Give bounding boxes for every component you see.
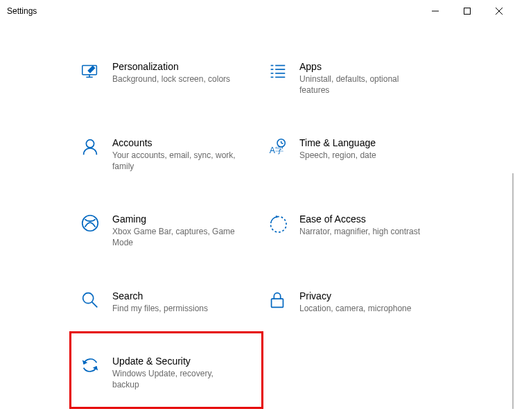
svg-line-18 — [281, 143, 283, 144]
window-controls — [419, 0, 515, 22]
svg-point-20 — [82, 216, 98, 231]
svg-line-23 — [92, 301, 98, 307]
categories-grid: Personalization Background, lock screen,… — [76, 57, 473, 393]
maximize-button[interactable] — [451, 0, 483, 22]
category-desc: Background, lock screen, colors — [112, 74, 230, 85]
time-language-icon: A字 — [266, 136, 288, 158]
category-accounts[interactable]: Accounts Your accounts, email, sync, wor… — [76, 133, 250, 175]
personalization-icon — [79, 60, 101, 82]
category-personalization[interactable]: Personalization Background, lock screen,… — [76, 57, 250, 98]
update-security-icon — [79, 354, 101, 376]
close-button[interactable] — [483, 0, 515, 22]
category-desc: Find my files, permissions — [112, 304, 208, 315]
category-search[interactable]: Search Find my files, permissions — [76, 286, 250, 317]
category-title: Gaming — [112, 213, 237, 225]
category-title: Time & Language — [299, 137, 376, 148]
category-gaming[interactable]: Gaming Xbox Game Bar, captures, Game Mod… — [76, 209, 250, 251]
category-title: Ease of Access — [299, 213, 420, 225]
settings-content: Personalization Background, lock screen,… — [0, 22, 515, 393]
category-title: Privacy — [299, 290, 411, 301]
category-title: Personalization — [112, 61, 230, 72]
category-desc: Narrator, magnifier, high contrast — [299, 227, 420, 238]
gaming-icon — [79, 212, 101, 234]
scrollbar[interactable] — [512, 173, 514, 416]
category-desc: Uninstall, defaults, optional features — [299, 74, 424, 96]
svg-point-22 — [83, 292, 94, 303]
category-update-security[interactable]: Update & Security Windows Update, recove… — [76, 351, 250, 393]
svg-rect-24 — [272, 299, 283, 307]
svg-rect-1 — [464, 8, 471, 15]
category-desc: Xbox Game Bar, captures, Game Mode — [112, 227, 237, 248]
svg-text:A字: A字 — [270, 146, 283, 156]
window-title: Settings — [7, 6, 37, 16]
category-desc: Speech, region, date — [299, 150, 376, 161]
category-apps[interactable]: Apps Uninstall, defaults, optional featu… — [263, 57, 444, 98]
svg-point-15 — [86, 140, 94, 148]
category-desc: Your accounts, email, sync, work, family — [112, 150, 237, 172]
category-privacy[interactable]: Privacy Location, camera, microphone — [263, 286, 444, 317]
category-desc: Windows Update, recovery, backup — [112, 369, 237, 390]
category-title: Accounts — [112, 137, 237, 148]
search-icon — [79, 289, 101, 311]
category-title: Update & Security — [112, 356, 237, 367]
minimize-button[interactable] — [419, 0, 451, 22]
apps-icon — [266, 60, 288, 82]
privacy-icon — [266, 289, 288, 311]
svg-marker-21 — [276, 216, 279, 218]
ease-of-access-icon — [266, 212, 288, 234]
titlebar: Settings — [0, 0, 515, 22]
category-desc: Location, camera, microphone — [299, 304, 411, 315]
category-title: Apps — [299, 61, 424, 72]
accounts-icon — [79, 136, 101, 158]
scrollbar-thumb[interactable] — [512, 173, 514, 409]
category-time-language[interactable]: A字 Time & Language Speech, region, date — [263, 133, 444, 175]
category-ease-of-access[interactable]: Ease of Access Narrator, magnifier, high… — [263, 209, 444, 251]
category-title: Search — [112, 290, 208, 301]
